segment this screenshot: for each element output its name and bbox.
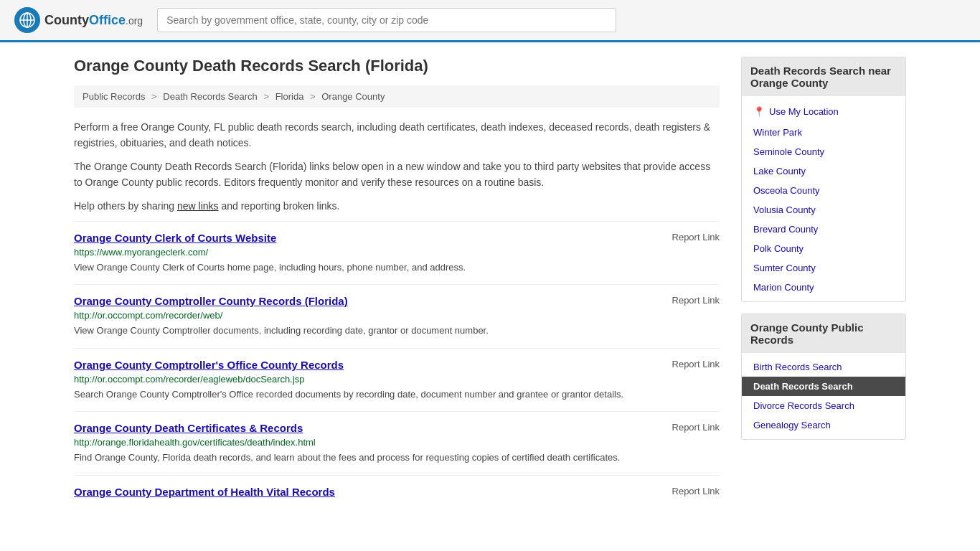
use-location[interactable]: 📍Use My Location [742, 100, 905, 123]
record-header: Orange County Comptroller County Records… [74, 295, 720, 307]
logo[interactable]: County Office .org [14, 7, 143, 33]
nearby-link-4[interactable]: Osceola County [742, 181, 905, 200]
public-records-section: Orange County Public Records Birth Recor… [741, 314, 906, 440]
nearby-link-2[interactable]: Seminole County [742, 142, 905, 161]
main-container: Orange County Death Records Search (Flor… [60, 42, 920, 525]
breadcrumb-sep-2: > [263, 91, 271, 102]
record-title-2[interactable]: Orange County Comptroller's Office Count… [74, 359, 344, 371]
record-desc-3: Find Orange County, Florida death record… [74, 451, 720, 465]
breadcrumb-sep-3: > [310, 91, 318, 102]
public-records-link-0[interactable]: Birth Records Search [742, 357, 905, 377]
nearby-section: Death Records Search near Orange County … [741, 57, 906, 302]
logo-org: .org [126, 15, 143, 27]
page-title: Orange County Death Records Search (Flor… [74, 57, 720, 75]
record-title-4[interactable]: Orange County Department of Health Vital… [74, 486, 335, 498]
breadcrumb-sep-1: > [151, 91, 159, 102]
breadcrumb-florida[interactable]: Florida [275, 91, 304, 102]
nearby-link-6[interactable]: Brevard County [742, 220, 905, 239]
nearby-link-0[interactable]: 📍Use My Location [742, 100, 905, 123]
record-header: Orange County Department of Health Vital… [74, 486, 720, 498]
public-records-link-1[interactable]: Death Records Search [742, 377, 905, 396]
record-desc-2: Search Orange County Comptroller's Offic… [74, 387, 720, 402]
description-1: Perform a free Orange County, FL public … [74, 119, 720, 151]
public-records-link-3[interactable]: Genealogy Search [742, 415, 905, 435]
report-link-4[interactable]: Report Link [672, 486, 720, 496]
logo-office: Office [89, 13, 126, 28]
logo-county: County [44, 13, 89, 28]
public-records-links: Birth Records SearchDeath Records Search… [742, 353, 905, 439]
report-link-0[interactable]: Report Link [672, 232, 720, 242]
record-url-1[interactable]: http://or.occompt.com/recorder/web/ [74, 310, 720, 321]
record-item: Orange County Clerk of Courts Website Re… [74, 221, 720, 285]
record-header: Orange County Clerk of Courts Website Re… [74, 232, 720, 244]
nearby-link-8[interactable]: Sumter County [742, 258, 905, 278]
record-item: Orange County Department of Health Vital… [74, 475, 720, 511]
nearby-link-7[interactable]: Polk County [742, 239, 905, 258]
record-url-3[interactable]: http://orange.floridahealth.gov/certific… [74, 437, 720, 448]
report-link-3[interactable]: Report Link [672, 422, 720, 433]
report-link-2[interactable]: Report Link [672, 359, 720, 369]
nearby-links: 📍Use My LocationWinter ParkSeminole Coun… [742, 96, 905, 301]
record-title-3[interactable]: Orange County Death Certificates & Recor… [74, 422, 303, 434]
nearby-link-3[interactable]: Lake County [742, 161, 905, 181]
desc3-prefix: Help others by sharing [74, 200, 177, 212]
record-desc-1: View Orange County Comptroller documents… [74, 324, 720, 338]
record-title-1[interactable]: Orange County Comptroller County Records… [74, 295, 348, 307]
record-item: Orange County Comptroller County Records… [74, 284, 720, 348]
public-records-title: Orange County Public Records [742, 314, 905, 353]
breadcrumb-orange-county[interactable]: Orange County [321, 91, 385, 102]
public-records-link-2[interactable]: Divorce Records Search [742, 396, 905, 415]
record-header: Orange County Death Certificates & Recor… [74, 422, 720, 434]
header: County Office .org [0, 0, 980, 42]
record-item: Orange County Comptroller's Office Count… [74, 348, 720, 412]
breadcrumb-death-records[interactable]: Death Records Search [163, 91, 258, 102]
record-url-2[interactable]: http://or.occompt.com/recorder/eagleweb/… [74, 374, 720, 385]
description-2: The Orange County Death Records Search (… [74, 159, 720, 191]
location-icon: 📍 [753, 106, 765, 117]
record-item: Orange County Death Certificates & Recor… [74, 411, 720, 475]
desc3-suffix: and reporting broken links. [219, 200, 340, 212]
breadcrumb-public-records[interactable]: Public Records [83, 91, 145, 102]
new-links-link[interactable]: new links [177, 200, 219, 212]
nearby-link-9[interactable]: Marion County [742, 278, 905, 297]
sidebar: Death Records Search near Orange County … [741, 57, 906, 511]
record-title-0[interactable]: Orange County Clerk of Courts Website [74, 232, 276, 244]
description-3: Help others by sharing new links and rep… [74, 198, 720, 214]
nearby-title: Death Records Search near Orange County [742, 57, 905, 96]
record-url-0[interactable]: https://www.myorangeclerk.com/ [74, 247, 720, 258]
main-content: Orange County Death Records Search (Flor… [74, 57, 720, 511]
logo-icon [14, 7, 40, 33]
report-link-1[interactable]: Report Link [672, 295, 720, 306]
record-header: Orange County Comptroller's Office Count… [74, 359, 720, 371]
search-input[interactable] [157, 8, 616, 32]
nearby-link-5[interactable]: Volusia County [742, 200, 905, 220]
nearby-link-1[interactable]: Winter Park [742, 123, 905, 142]
record-desc-0: View Orange County Clerk of Courts home … [74, 260, 720, 275]
breadcrumb: Public Records > Death Records Search > … [74, 85, 720, 108]
records-list: Orange County Clerk of Courts Website Re… [74, 221, 720, 511]
